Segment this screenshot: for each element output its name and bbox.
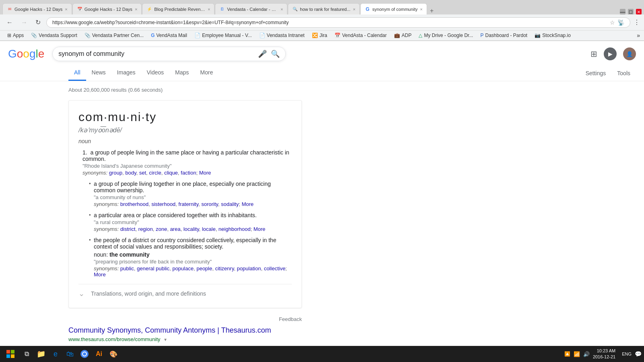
syn-set[interactable]: set	[139, 170, 146, 176]
cast-icon[interactable]: 📡	[617, 19, 624, 26]
syn-body[interactable]: body	[125, 170, 136, 176]
syn-zone[interactable]: zone	[156, 226, 167, 232]
bookmark-pardot[interactable]: P Dashboard - Pardot	[477, 32, 530, 39]
jira-icon: 🔀	[312, 33, 318, 38]
syn-neighborhood[interactable]: neighborhood	[219, 226, 251, 232]
syn-populace[interactable]: populace	[172, 265, 194, 272]
taskbar-volume-icon[interactable]: 🔊	[583, 351, 590, 357]
taskbar-network-icon[interactable]: 📶	[574, 351, 580, 357]
tab-close-calendar[interactable]: ×	[281, 7, 283, 12]
tab-featured[interactable]: 🔍 how to rank for featured... ×	[288, 3, 360, 14]
bookmark-vendasta-intranet[interactable]: 📄 Vendasta Intranet	[256, 32, 308, 39]
syn-sorority[interactable]: sorority	[201, 201, 218, 207]
search-box[interactable]: 🎤 🔍	[52, 47, 286, 61]
bookmark-vendasta-support[interactable]: 📎 Vendasta Support	[28, 32, 80, 39]
maximize-button[interactable]: □	[628, 9, 634, 14]
bookmark-vendasta-mail[interactable]: G VendAsta Mail	[148, 32, 190, 39]
nav-videos[interactable]: Videos	[141, 65, 170, 81]
google-account-icon[interactable]: ▶	[604, 47, 617, 60]
tab-close-synonym[interactable]: ×	[420, 7, 423, 12]
bookmark-adp[interactable]: 💼 ADP	[391, 32, 415, 39]
nav-images[interactable]: Images	[111, 65, 141, 81]
back-button[interactable]: ←	[4, 17, 15, 28]
bookmark-employee-manual[interactable]: 📄 Employee Manual - V...	[191, 32, 255, 39]
tab-close-blog[interactable]: ×	[208, 7, 210, 12]
bookmark-apps[interactable]: ⊞ Apps	[4, 32, 27, 39]
nav-all[interactable]: All	[68, 65, 86, 81]
bookmarks-more[interactable]: »	[637, 32, 640, 39]
syn-district[interactable]: district	[120, 226, 136, 232]
syn-circle[interactable]: circle	[149, 170, 161, 176]
reload-button[interactable]: ↻	[33, 17, 43, 28]
store-icon[interactable]: 🛍	[64, 348, 76, 360]
bookmark-my-drive[interactable]: △ My Drive - Google Dr...	[415, 32, 476, 39]
nav-more[interactable]: More	[194, 65, 219, 81]
syn-collective[interactable]: collective	[264, 265, 285, 272]
syn-more-3[interactable]: More	[254, 226, 266, 232]
my-drive-icon: △	[419, 33, 422, 38]
syn-locale[interactable]: locale	[202, 226, 216, 232]
syn-more-2[interactable]: More	[242, 201, 254, 207]
google-apps-icon[interactable]: ⊞	[590, 49, 597, 59]
tab-gmail[interactable]: ✉ Google Hacks - 12 Days ×	[2, 3, 72, 14]
extra-app-icon[interactable]: 🎨	[107, 348, 120, 360]
syn-more-1[interactable]: More	[199, 170, 211, 176]
syn-people[interactable]: people	[196, 265, 212, 272]
google-logo[interactable]: Google	[8, 47, 44, 60]
search-submit-icon[interactable]: 🔍	[271, 49, 280, 58]
syn-region[interactable]: region	[138, 226, 153, 232]
syn-group[interactable]: group	[109, 170, 122, 176]
forward-button[interactable]: →	[19, 17, 30, 28]
syn-public[interactable]: public	[120, 265, 134, 272]
syn-population[interactable]: population	[237, 265, 261, 272]
result-thesaurus-link[interactable]: Community Synonyms, Community Antonyms |…	[68, 326, 271, 334]
bookmark-jira[interactable]: 🔀 Jira	[309, 32, 330, 39]
syn-citizenry[interactable]: citizenry	[215, 265, 234, 272]
illustrator-icon[interactable]: Ai	[93, 348, 105, 360]
start-button[interactable]	[2, 348, 19, 360]
nav-news[interactable]: News	[86, 65, 111, 81]
edge-browser-icon[interactable]: e	[49, 348, 62, 360]
chrome-icon[interactable]	[78, 348, 91, 360]
tab-ghacks[interactable]: 📅 Google Hacks - 12 Days ×	[72, 3, 142, 14]
file-explorer-icon[interactable]: 📁	[35, 348, 47, 360]
syn-general-public[interactable]: general public	[137, 265, 169, 272]
task-view-button[interactable]: ⧉	[20, 348, 33, 360]
notifications-icon[interactable]: 💬	[635, 351, 642, 357]
bookmark-star-icon[interactable]: ☆	[610, 19, 615, 26]
tab-calendar[interactable]: 🗓 Vendasta - Calendar - Ev... ×	[215, 3, 287, 14]
extensions-icon[interactable]: ⋮	[634, 19, 640, 26]
dict-footer[interactable]: ⌄ Translations, word origin, and more de…	[78, 284, 292, 298]
syn-brotherhood[interactable]: brotherhood	[120, 201, 149, 207]
syn-fraternity[interactable]: fraternity	[178, 201, 198, 207]
search-input[interactable]	[58, 50, 254, 58]
feedback-text[interactable]: Feedback	[68, 316, 302, 322]
tab-synonym[interactable]: G synonym of community ×	[360, 3, 427, 14]
minimize-button[interactable]: —	[620, 9, 625, 14]
bookmark-calendar[interactable]: 📅 VendAsta - Calendar	[331, 32, 390, 39]
tab-close-gmail[interactable]: ×	[65, 7, 67, 12]
nav-maps[interactable]: Maps	[169, 65, 194, 81]
tab-blog[interactable]: ⚡ Blog Predictable Revenu... ×	[142, 3, 215, 14]
new-tab-button[interactable]: +	[427, 7, 436, 14]
syn-more-4[interactable]: More	[94, 272, 106, 278]
syn-clique[interactable]: clique	[164, 170, 178, 176]
taskbar-up-arrow-icon[interactable]: 🔼	[564, 351, 570, 357]
result-thesaurus-url-link[interactable]: www.thesaurus.com/browse/community	[68, 336, 160, 342]
result-url-dropdown-icon[interactable]: ▼	[163, 337, 167, 342]
user-avatar[interactable]: 👤	[623, 47, 636, 60]
bookmark-vendasta-partner[interactable]: 📎 Vendasta Partner Cen...	[81, 32, 147, 39]
syn-sodality[interactable]: sodality	[221, 201, 239, 207]
tab-close-featured[interactable]: ×	[353, 7, 355, 12]
address-bar[interactable]: https://www.google.ca/webhp?sourceid=chr…	[46, 17, 630, 28]
close-button[interactable]: ×	[636, 9, 642, 14]
nav-tools[interactable]: Tools	[611, 66, 636, 80]
mic-icon[interactable]: 🎤	[258, 49, 267, 58]
tab-close-ghacks[interactable]: ×	[135, 7, 137, 12]
syn-area[interactable]: area	[170, 226, 180, 232]
bookmark-stocksnap[interactable]: 📷 StockSnap.io	[531, 32, 574, 39]
syn-locality[interactable]: locality	[184, 226, 199, 232]
syn-faction[interactable]: faction	[181, 170, 196, 176]
syn-sisterhood[interactable]: sisterhood	[151, 201, 175, 207]
nav-settings[interactable]: Settings	[580, 66, 612, 80]
